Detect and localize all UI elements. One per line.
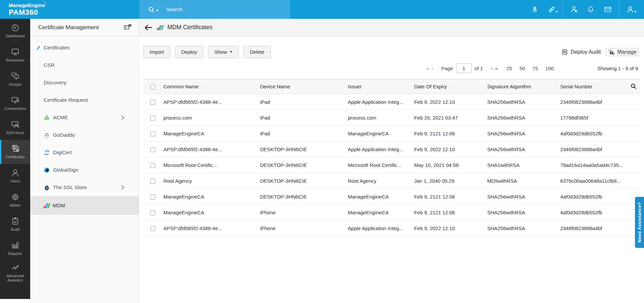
- mdm-icon: [44, 203, 50, 208]
- page-size-25[interactable]: 25: [506, 66, 512, 71]
- sidebar-item-the-ssl-store[interactable]: 0 The SSL Store: [30, 179, 139, 196]
- cell-algorithm: SHA256withRSA: [486, 189, 559, 205]
- page-size-100[interactable]: 100: [545, 66, 554, 71]
- show-dropdown-button[interactable]: Show: [208, 46, 239, 58]
- delete-button[interactable]: Delete: [244, 46, 271, 58]
- row-checkbox[interactable]: [150, 163, 155, 168]
- cell-expiry: Feb 9, 2022 12:10: [413, 94, 486, 110]
- row-checkbox[interactable]: [150, 194, 155, 200]
- cell-algorithm: SHA1withRSA: [486, 157, 559, 173]
- table-row[interactable]: ManageEngineCADESKTOP-3HN6CIEManageEngin…: [143, 189, 640, 205]
- resources-icon: [11, 47, 20, 56]
- sidebar-item-discovery[interactable]: Discovery: [30, 74, 139, 91]
- top-icons-divider: [563, 0, 563, 19]
- rail-item-resources[interactable]: Resources: [0, 43, 30, 67]
- row-checkbox[interactable]: [150, 210, 155, 215]
- rail-item-certificates[interactable]: Certificates: [0, 140, 30, 164]
- bell-icon[interactable]: [587, 5, 595, 13]
- col-serial-number: Serial Number: [559, 79, 625, 94]
- user-account-icon[interactable]: [626, 5, 634, 13]
- link-caret-icon: [555, 11, 558, 12]
- rail-item-connections[interactable]: Connections: [0, 91, 30, 116]
- sidebar-item-certificate-request[interactable]: Certificate Request: [30, 91, 139, 109]
- manage-button[interactable]: Manage: [606, 48, 639, 56]
- page-label: Page: [441, 66, 453, 71]
- prev-page-button[interactable]: ‹: [430, 66, 434, 71]
- row-checkbox[interactable]: [150, 226, 155, 231]
- content-header: MDM Certificates: [139, 19, 644, 36]
- table-row[interactable]: APSP:dfd565f2-4388-4e...DESKTOP-3HN6CIEA…: [143, 141, 640, 157]
- row-checkbox[interactable]: [150, 179, 155, 184]
- sidebar-item-certificates[interactable]: Certificates: [30, 39, 139, 56]
- page-size-50[interactable]: 50: [520, 66, 525, 71]
- cell-device-name: DESKTOP-3HN6CIE: [259, 189, 346, 205]
- link-icon[interactable]: [548, 5, 556, 13]
- deploy-audit-button[interactable]: Deploy Audit: [561, 49, 601, 55]
- cell-algorithm: SHA256withRSA: [486, 94, 559, 110]
- table-row[interactable]: ManageEngineCAiPadManageEngineCAFeb 9, 2…: [143, 126, 640, 141]
- search-icon[interactable]: [148, 6, 155, 13]
- sidebar-item-csr[interactable]: CSR: [30, 56, 139, 74]
- table-row[interactable]: APSP:dfd565f2-4388-4e...iPadApple Applic…: [143, 94, 640, 110]
- digicert-icon: [44, 149, 50, 156]
- page-size-75[interactable]: 75: [532, 66, 538, 71]
- deploy-button[interactable]: Deploy: [175, 46, 204, 58]
- table-row[interactable]: process.comiPadprocess.comFeb 20, 2021 0…: [143, 110, 640, 126]
- godaddy-icon: [44, 132, 50, 138]
- sidebar-item-godaddy[interactable]: GoDaddy: [30, 126, 139, 144]
- cell-issuer: ManageEngineCA: [346, 189, 413, 205]
- rail-item-dashboard[interactable]: Dashboard: [0, 19, 30, 43]
- brand-company: ManageEngine: [9, 3, 45, 8]
- ssh-keys-icon: [11, 120, 20, 129]
- rail-item-groups[interactable]: Groups: [0, 67, 30, 91]
- first-page-button[interactable]: «: [425, 66, 430, 71]
- rail-item-reports[interactable]: Reports: [0, 236, 30, 261]
- table-row[interactable]: ManageEngineCAiPhoneManageEngineCAFeb 9,…: [143, 205, 640, 220]
- table-row[interactable]: APSP:dfd565f2-4388-4e...iPhoneApple Appl…: [143, 220, 640, 236]
- rail-item-admin[interactable]: Admin: [0, 188, 30, 212]
- table-search-icon[interactable]: [630, 83, 637, 89]
- rail-item-advanced-analytics[interactable]: Advanced Analytics: [0, 261, 30, 285]
- user-star-icon[interactable]: [570, 5, 578, 13]
- back-arrow-icon: [144, 24, 153, 31]
- need-assistance-label: Need Assistance?: [637, 202, 642, 243]
- last-page-button[interactable]: »: [494, 66, 499, 71]
- mail-icon[interactable]: [604, 5, 612, 13]
- row-checkbox[interactable]: [150, 116, 155, 121]
- search-scope-caret-icon[interactable]: [156, 10, 159, 11]
- sidebar-item-acme[interactable]: ACME: [30, 109, 139, 126]
- cell-device-name: DESKTOP-3HN6CIE: [259, 157, 346, 173]
- rail-item-audit[interactable]: Audit: [0, 212, 30, 236]
- select-all-checkbox[interactable]: [150, 84, 155, 89]
- cell-serial: 2346f0823888a4bf: [559, 141, 625, 157]
- import-button[interactable]: Import: [143, 46, 170, 58]
- certificate-management-sidebar: Certificate Management Certificates CSR …: [30, 19, 139, 303]
- page-of-label: of 1: [475, 66, 483, 71]
- switch-view-icon[interactable]: [123, 24, 132, 32]
- cell-common-name: APSP:dfd565f2-4388-4e...: [162, 220, 259, 236]
- page-number-input[interactable]: [456, 63, 472, 73]
- sidebar-item-label: Certificates: [44, 45, 70, 51]
- dashboard-icon: [11, 23, 20, 32]
- sidebar-item-mdm[interactable]: MDM: [30, 196, 139, 215]
- users-icon: [11, 168, 20, 177]
- sidebar-item-globalsign[interactable]: GlobalSign: [30, 161, 139, 179]
- rail-item-users[interactable]: Users: [0, 164, 30, 188]
- need-assistance-tab[interactable]: Need Assistance?: [635, 197, 644, 248]
- table-row[interactable]: Microsoft Root Certific...DESKTOP-3HN6CI…: [143, 157, 640, 173]
- rocket-icon[interactable]: [531, 5, 539, 13]
- row-checkbox[interactable]: [150, 100, 155, 105]
- row-checkbox[interactable]: [150, 131, 155, 136]
- cell-device-name: DESKTOP-3HN6CIE: [259, 173, 346, 189]
- table-row[interactable]: Root AgencyDESKTOP-3HN6CIERoot AgencyJan…: [143, 173, 640, 189]
- row-checkbox-cell: [143, 205, 162, 220]
- brand-logo[interactable]: ManageEngine PAM360: [9, 2, 45, 16]
- back-button[interactable]: [144, 24, 153, 31]
- row-spacer-cell: [625, 126, 640, 141]
- sidebar-item-digicert[interactable]: DigiCert: [30, 144, 139, 161]
- search-input[interactable]: [166, 6, 277, 12]
- rail-item-ssh-keys[interactable]: SSH Keys: [0, 116, 30, 140]
- next-page-button[interactable]: ›: [490, 66, 494, 71]
- pagination-row: « ‹ Page of 1 › » 25 50 75 100 Showing 1…: [143, 63, 640, 73]
- row-checkbox[interactable]: [150, 147, 155, 152]
